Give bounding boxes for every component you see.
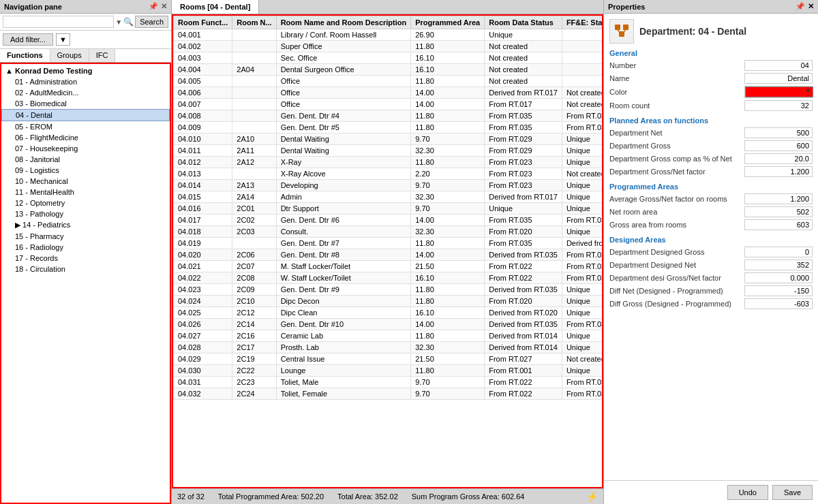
cell-area: 16.10 bbox=[411, 64, 485, 76]
cell-datastatus: Derived from RT.020 bbox=[485, 307, 562, 319]
tree-item-05[interactable]: 05 - EROM bbox=[1, 121, 170, 132]
tab-groups[interactable]: Groups bbox=[50, 49, 89, 62]
table-row[interactable]: 04.032 2C24 Toliet, Female 9.70 From RT.… bbox=[174, 388, 604, 400]
search-button[interactable]: Search bbox=[135, 16, 168, 28]
table-row[interactable]: 04.030 2C22 Lounge 11.80 From RT.001 Uni… bbox=[174, 365, 604, 377]
rooms-table-wrapper[interactable]: Room Funct... Room N... Room Name and Ro… bbox=[172, 14, 603, 488]
search-dropdown-icon[interactable]: ▼ bbox=[115, 18, 122, 26]
cell-name: Sec. Office bbox=[276, 52, 411, 64]
tab-functions[interactable]: Functions bbox=[0, 49, 50, 62]
tree-item-02[interactable]: 02 - AdultMedicin... bbox=[1, 87, 170, 98]
tree-item-07[interactable]: 07 - Housekeeping bbox=[1, 143, 170, 154]
prop-value[interactable]: 20.0 bbox=[744, 153, 813, 164]
prop-value[interactable]: 352 bbox=[744, 259, 813, 270]
tree-item-04[interactable]: 04 - Dental bbox=[1, 109, 170, 121]
table-row[interactable]: 04.028 2C17 Prosth. Lab 32.30 Derived fr… bbox=[174, 342, 604, 353]
table-row[interactable]: 04.029 2C19 Central Issue 21.50 From RT.… bbox=[174, 353, 604, 365]
cell-area: 32.30 bbox=[411, 145, 485, 157]
table-row[interactable]: 04.003 Sec. Office 16.10 Not created bbox=[174, 52, 604, 64]
add-filter-button[interactable]: Add filter... bbox=[3, 33, 53, 46]
table-row[interactable]: 04.023 2C09 Gen. Dent. Dtr #9 11.80 Deri… bbox=[174, 284, 604, 296]
table-row[interactable]: 04.005 Office 11.80 Not created bbox=[174, 76, 604, 87]
tree-item-10[interactable]: 10 - Mechanical bbox=[1, 176, 170, 187]
prop-value[interactable]: 0 bbox=[744, 247, 813, 257]
tree-item-16[interactable]: 16 - Radiology bbox=[1, 242, 170, 253]
tree-item-11[interactable]: 11 - MentalHealth bbox=[1, 187, 170, 198]
prop-value[interactable]: 32 bbox=[744, 100, 813, 111]
designed-fields: Department Designed Gross 0 Department D… bbox=[609, 247, 813, 309]
table-row[interactable]: 04.025 2C12 Dipc Clean 16.10 Derived fro… bbox=[174, 307, 604, 319]
prop-value[interactable]: 603 bbox=[744, 219, 813, 230]
table-row[interactable]: 04.012 2A12 X-Ray 11.80 From RT.023 Uniq… bbox=[174, 157, 604, 168]
save-button[interactable]: Save bbox=[772, 485, 813, 500]
table-row[interactable]: 04.017 2C02 Gen. Dent. Dtr #6 14.00 From… bbox=[174, 215, 604, 226]
tree-item-08[interactable]: 08 - Janitorial bbox=[1, 154, 170, 165]
tree-item-18[interactable]: 18 - Circulation bbox=[1, 264, 170, 274]
table-row[interactable]: 04.002 Super Office 11.80 Not created bbox=[174, 41, 604, 52]
search-input[interactable] bbox=[3, 16, 114, 28]
prop-value[interactable]: 600 bbox=[744, 140, 813, 151]
table-row[interactable]: 04.020 2C06 Gen. Dent. Dtr #8 14.00 Deri… bbox=[174, 249, 604, 261]
tree-item-14[interactable]: ▶ 14 - Pediatrics bbox=[1, 219, 170, 231]
table-row[interactable]: 04.026 2C14 Gen. Dent. Dtr #10 14.00 Der… bbox=[174, 319, 604, 330]
table-row[interactable]: 04.007 Office 14.00 From RT.017 Not crea… bbox=[174, 99, 604, 110]
cell-area: 16.10 bbox=[411, 272, 485, 284]
tree-item-06[interactable]: 06 - FlightMedicine bbox=[1, 132, 170, 143]
table-row[interactable]: 04.027 2C16 Ceramic Lab 11.80 Derived fr… bbox=[174, 330, 604, 342]
prop-value[interactable]: 500 bbox=[744, 127, 813, 138]
properties-close-icon[interactable]: ✕ bbox=[808, 2, 814, 11]
tree-item-01[interactable]: 01 - Administration bbox=[1, 76, 170, 87]
prop-value[interactable]: Dental bbox=[744, 73, 813, 84]
cell-func: 04.004 bbox=[174, 64, 232, 76]
table-row[interactable]: 04.024 2C10 Dipc Decon 11.80 From RT.020… bbox=[174, 296, 604, 307]
prop-value[interactable]: 1.200 bbox=[744, 166, 813, 177]
tree-item-13[interactable]: 13 - Pathology bbox=[1, 208, 170, 219]
prop-value[interactable]: 502 bbox=[744, 206, 813, 217]
cell-area: 11.80 bbox=[411, 330, 485, 342]
table-row[interactable]: 04.031 2C23 Toliet, Male 9.70 From RT.02… bbox=[174, 377, 604, 388]
tree-root[interactable]: ▲ Konrad Demo Testing bbox=[1, 65, 170, 76]
table-row[interactable]: 04.021 2C07 M. Staff Locker/Toilet 21.50… bbox=[174, 261, 604, 272]
filter-dropdown[interactable]: ▼ bbox=[56, 33, 70, 46]
table-row[interactable]: 04.009 Gen. Dent. Dtr #5 11.80 From RT.0… bbox=[174, 122, 604, 133]
undo-button[interactable]: Undo bbox=[727, 485, 768, 500]
nav-close-icon[interactable]: ✕ bbox=[161, 2, 167, 11]
tree-item-09[interactable]: 09 - Logistics bbox=[1, 165, 170, 176]
cell-area: 14.00 bbox=[411, 215, 485, 226]
table-row[interactable]: 04.016 2C01 Dtr Support 9.70 Unique Uniq… bbox=[174, 203, 604, 215]
tree-item-12[interactable]: 12 - Optometry bbox=[1, 198, 170, 208]
prop-value[interactable]: -150 bbox=[744, 285, 813, 296]
rooms-tbody: 04.001 Library / Conf. Room Hassell 26.9… bbox=[174, 29, 604, 400]
table-row[interactable]: 04.004 2A04 Dental Surgeon Office 16.10 … bbox=[174, 64, 604, 76]
cell-name: Gen. Dent. Dtr #4 bbox=[276, 110, 411, 122]
rooms-tab[interactable]: Rooms [04 - Dental] bbox=[172, 0, 259, 14]
table-row[interactable]: 04.008 Gen. Dent. Dtr #4 11.80 From RT.0… bbox=[174, 110, 604, 122]
prop-value[interactable]: 0.000 bbox=[744, 272, 813, 283]
table-row[interactable]: 04.006 Office 14.00 Derived from RT.017 … bbox=[174, 87, 604, 99]
table-row[interactable]: 04.013 X-Ray Alcove 2.20 From RT.023 Not… bbox=[174, 168, 604, 180]
cell-func: 04.011 bbox=[174, 145, 232, 157]
prop-value[interactable]: 1.200 bbox=[744, 193, 813, 204]
tree-item-03[interactable]: 03 - Biomedical bbox=[1, 98, 170, 109]
prop-value[interactable]: 04 bbox=[744, 60, 813, 71]
table-row[interactable]: 04.018 2C03 Consult. 32.30 From RT.020 U… bbox=[174, 226, 604, 238]
cell-func: 04.019 bbox=[174, 238, 232, 249]
table-row[interactable]: 04.011 2A11 Dental Waiting 32.30 From RT… bbox=[174, 145, 604, 157]
tree-item-17[interactable]: 17 - Records bbox=[1, 253, 170, 264]
tab-ifc[interactable]: IFC bbox=[89, 49, 116, 62]
nav-pin-icon[interactable]: 📌 bbox=[149, 2, 158, 11]
table-row[interactable]: 04.010 2A10 Dental Waiting 9.70 From RT.… bbox=[174, 133, 604, 145]
prop-value[interactable]: -603 bbox=[744, 298, 813, 309]
prop-row: Department Designed Net 352 bbox=[609, 259, 813, 270]
tree-item-15[interactable]: 15 - Pharmacy bbox=[1, 231, 170, 242]
table-row[interactable]: 04.019 Gen. Dent. Dtr #7 11.80 From RT.0… bbox=[174, 238, 604, 249]
table-row[interactable]: 04.022 2C08 W. Staff Locker/Toilet 16.10… bbox=[174, 272, 604, 284]
table-row[interactable]: 04.014 2A13 Developing 9.70 From RT.023 … bbox=[174, 180, 604, 191]
cell-func: 04.010 bbox=[174, 133, 232, 145]
table-row[interactable]: 04.001 Library / Conf. Room Hassell 26.9… bbox=[174, 29, 604, 41]
search-magnifier-icon[interactable]: 🔍 bbox=[123, 17, 134, 27]
table-row[interactable]: 04.015 2A14 Admin 32.30 Derived from RT.… bbox=[174, 191, 604, 203]
properties-pin-icon[interactable]: 📌 bbox=[796, 2, 805, 11]
color-box[interactable] bbox=[745, 86, 813, 97]
color-swatch[interactable] bbox=[744, 86, 813, 98]
